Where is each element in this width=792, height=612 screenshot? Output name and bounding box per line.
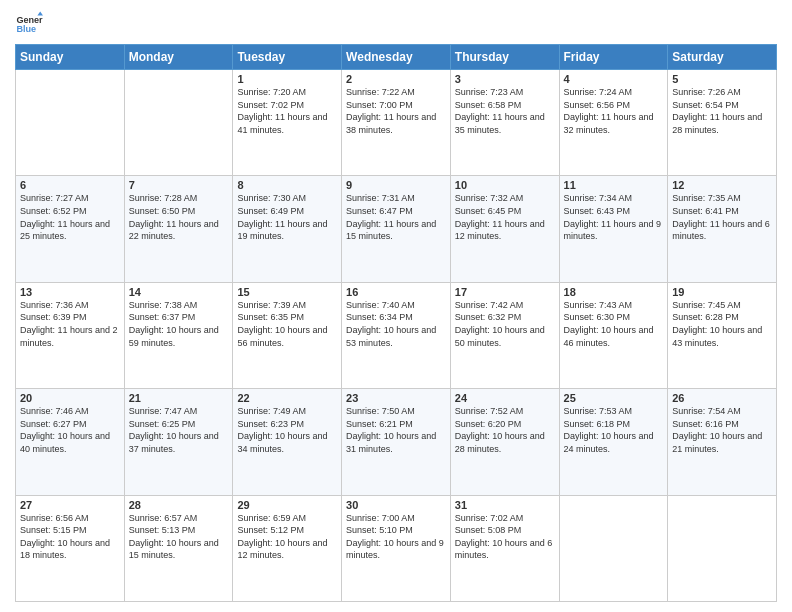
day-number: 26 — [672, 392, 772, 404]
day-info: Sunrise: 7:46 AM Sunset: 6:27 PM Dayligh… — [20, 405, 120, 455]
day-info: Sunrise: 7:20 AM Sunset: 7:02 PM Dayligh… — [237, 86, 337, 136]
calendar-day-header: Monday — [124, 45, 233, 70]
day-info: Sunrise: 7:53 AM Sunset: 6:18 PM Dayligh… — [564, 405, 664, 455]
day-info: Sunrise: 7:26 AM Sunset: 6:54 PM Dayligh… — [672, 86, 772, 136]
day-info: Sunrise: 7:36 AM Sunset: 6:39 PM Dayligh… — [20, 299, 120, 349]
calendar-cell: 1Sunrise: 7:20 AM Sunset: 7:02 PM Daylig… — [233, 70, 342, 176]
calendar-cell: 3Sunrise: 7:23 AM Sunset: 6:58 PM Daylig… — [450, 70, 559, 176]
calendar-cell — [559, 495, 668, 601]
day-number: 24 — [455, 392, 555, 404]
calendar-cell: 15Sunrise: 7:39 AM Sunset: 6:35 PM Dayli… — [233, 282, 342, 388]
calendar-day-header: Wednesday — [342, 45, 451, 70]
day-info: Sunrise: 7:24 AM Sunset: 6:56 PM Dayligh… — [564, 86, 664, 136]
calendar-cell: 18Sunrise: 7:43 AM Sunset: 6:30 PM Dayli… — [559, 282, 668, 388]
logo-icon: General Blue — [15, 10, 43, 38]
calendar-cell: 9Sunrise: 7:31 AM Sunset: 6:47 PM Daylig… — [342, 176, 451, 282]
day-number: 8 — [237, 179, 337, 191]
header: General Blue — [15, 10, 777, 38]
calendar-cell: 6Sunrise: 7:27 AM Sunset: 6:52 PM Daylig… — [16, 176, 125, 282]
day-number: 17 — [455, 286, 555, 298]
day-number: 29 — [237, 499, 337, 511]
day-number: 3 — [455, 73, 555, 85]
day-number: 20 — [20, 392, 120, 404]
day-number: 7 — [129, 179, 229, 191]
calendar-day-header: Thursday — [450, 45, 559, 70]
day-info: Sunrise: 7:00 AM Sunset: 5:10 PM Dayligh… — [346, 512, 446, 562]
day-number: 11 — [564, 179, 664, 191]
calendar-cell: 8Sunrise: 7:30 AM Sunset: 6:49 PM Daylig… — [233, 176, 342, 282]
day-number: 16 — [346, 286, 446, 298]
calendar-cell: 14Sunrise: 7:38 AM Sunset: 6:37 PM Dayli… — [124, 282, 233, 388]
day-info: Sunrise: 7:39 AM Sunset: 6:35 PM Dayligh… — [237, 299, 337, 349]
calendar-cell: 24Sunrise: 7:52 AM Sunset: 6:20 PM Dayli… — [450, 389, 559, 495]
day-info: Sunrise: 7:22 AM Sunset: 7:00 PM Dayligh… — [346, 86, 446, 136]
day-info: Sunrise: 7:50 AM Sunset: 6:21 PM Dayligh… — [346, 405, 446, 455]
day-number: 15 — [237, 286, 337, 298]
calendar-cell: 17Sunrise: 7:42 AM Sunset: 6:32 PM Dayli… — [450, 282, 559, 388]
calendar-cell: 28Sunrise: 6:57 AM Sunset: 5:13 PM Dayli… — [124, 495, 233, 601]
day-number: 9 — [346, 179, 446, 191]
calendar-header-row: SundayMondayTuesdayWednesdayThursdayFrid… — [16, 45, 777, 70]
calendar-cell: 2Sunrise: 7:22 AM Sunset: 7:00 PM Daylig… — [342, 70, 451, 176]
day-number: 28 — [129, 499, 229, 511]
day-info: Sunrise: 7:02 AM Sunset: 5:08 PM Dayligh… — [455, 512, 555, 562]
day-number: 5 — [672, 73, 772, 85]
logo: General Blue — [15, 10, 43, 38]
day-info: Sunrise: 6:56 AM Sunset: 5:15 PM Dayligh… — [20, 512, 120, 562]
calendar-cell: 29Sunrise: 6:59 AM Sunset: 5:12 PM Dayli… — [233, 495, 342, 601]
day-number: 10 — [455, 179, 555, 191]
calendar-table: SundayMondayTuesdayWednesdayThursdayFrid… — [15, 44, 777, 602]
calendar-week-row: 1Sunrise: 7:20 AM Sunset: 7:02 PM Daylig… — [16, 70, 777, 176]
calendar-cell: 22Sunrise: 7:49 AM Sunset: 6:23 PM Dayli… — [233, 389, 342, 495]
day-info: Sunrise: 7:54 AM Sunset: 6:16 PM Dayligh… — [672, 405, 772, 455]
day-info: Sunrise: 7:34 AM Sunset: 6:43 PM Dayligh… — [564, 192, 664, 242]
calendar-cell: 10Sunrise: 7:32 AM Sunset: 6:45 PM Dayli… — [450, 176, 559, 282]
day-number: 14 — [129, 286, 229, 298]
day-info: Sunrise: 7:49 AM Sunset: 6:23 PM Dayligh… — [237, 405, 337, 455]
day-info: Sunrise: 7:40 AM Sunset: 6:34 PM Dayligh… — [346, 299, 446, 349]
day-info: Sunrise: 7:23 AM Sunset: 6:58 PM Dayligh… — [455, 86, 555, 136]
calendar-cell: 16Sunrise: 7:40 AM Sunset: 6:34 PM Dayli… — [342, 282, 451, 388]
day-info: Sunrise: 7:42 AM Sunset: 6:32 PM Dayligh… — [455, 299, 555, 349]
day-info: Sunrise: 7:27 AM Sunset: 6:52 PM Dayligh… — [20, 192, 120, 242]
calendar-cell: 27Sunrise: 6:56 AM Sunset: 5:15 PM Dayli… — [16, 495, 125, 601]
day-number: 19 — [672, 286, 772, 298]
calendar-cell: 4Sunrise: 7:24 AM Sunset: 6:56 PM Daylig… — [559, 70, 668, 176]
day-info: Sunrise: 7:28 AM Sunset: 6:50 PM Dayligh… — [129, 192, 229, 242]
calendar-week-row: 13Sunrise: 7:36 AM Sunset: 6:39 PM Dayli… — [16, 282, 777, 388]
calendar-cell: 11Sunrise: 7:34 AM Sunset: 6:43 PM Dayli… — [559, 176, 668, 282]
calendar-cell — [668, 495, 777, 601]
day-info: Sunrise: 7:45 AM Sunset: 6:28 PM Dayligh… — [672, 299, 772, 349]
day-number: 4 — [564, 73, 664, 85]
day-number: 25 — [564, 392, 664, 404]
calendar-cell — [16, 70, 125, 176]
calendar-week-row: 20Sunrise: 7:46 AM Sunset: 6:27 PM Dayli… — [16, 389, 777, 495]
day-info: Sunrise: 7:38 AM Sunset: 6:37 PM Dayligh… — [129, 299, 229, 349]
calendar-week-row: 27Sunrise: 6:56 AM Sunset: 5:15 PM Dayli… — [16, 495, 777, 601]
day-info: Sunrise: 7:31 AM Sunset: 6:47 PM Dayligh… — [346, 192, 446, 242]
day-number: 31 — [455, 499, 555, 511]
calendar-week-row: 6Sunrise: 7:27 AM Sunset: 6:52 PM Daylig… — [16, 176, 777, 282]
day-number: 18 — [564, 286, 664, 298]
day-number: 23 — [346, 392, 446, 404]
day-number: 27 — [20, 499, 120, 511]
calendar-cell: 30Sunrise: 7:00 AM Sunset: 5:10 PM Dayli… — [342, 495, 451, 601]
page: General Blue SundayMondayTuesdayWednesda… — [0, 0, 792, 612]
calendar-day-header: Tuesday — [233, 45, 342, 70]
day-number: 21 — [129, 392, 229, 404]
calendar-cell: 25Sunrise: 7:53 AM Sunset: 6:18 PM Dayli… — [559, 389, 668, 495]
svg-text:Blue: Blue — [16, 24, 36, 34]
day-number: 1 — [237, 73, 337, 85]
day-number: 30 — [346, 499, 446, 511]
calendar-cell: 21Sunrise: 7:47 AM Sunset: 6:25 PM Dayli… — [124, 389, 233, 495]
calendar-cell: 20Sunrise: 7:46 AM Sunset: 6:27 PM Dayli… — [16, 389, 125, 495]
day-info: Sunrise: 7:32 AM Sunset: 6:45 PM Dayligh… — [455, 192, 555, 242]
day-number: 6 — [20, 179, 120, 191]
day-number: 12 — [672, 179, 772, 191]
calendar-cell: 26Sunrise: 7:54 AM Sunset: 6:16 PM Dayli… — [668, 389, 777, 495]
day-info: Sunrise: 7:30 AM Sunset: 6:49 PM Dayligh… — [237, 192, 337, 242]
day-info: Sunrise: 7:35 AM Sunset: 6:41 PM Dayligh… — [672, 192, 772, 242]
calendar-cell: 19Sunrise: 7:45 AM Sunset: 6:28 PM Dayli… — [668, 282, 777, 388]
calendar-cell: 7Sunrise: 7:28 AM Sunset: 6:50 PM Daylig… — [124, 176, 233, 282]
calendar-cell: 31Sunrise: 7:02 AM Sunset: 5:08 PM Dayli… — [450, 495, 559, 601]
